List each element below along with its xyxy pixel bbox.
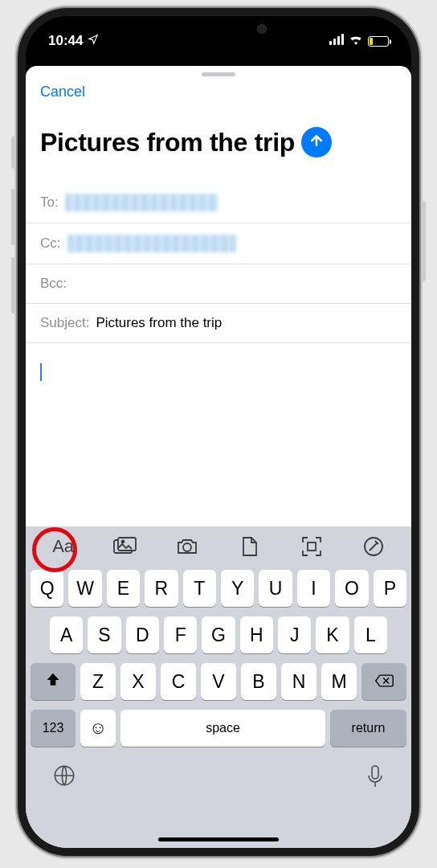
battery-icon (368, 36, 389, 47)
svg-rect-1 (118, 538, 136, 551)
home-indicator[interactable] (158, 837, 279, 841)
key-c[interactable]: C (161, 663, 196, 700)
key-row-4: 123 ☺ space return (29, 710, 408, 747)
key-u[interactable]: U (259, 570, 292, 607)
compose-title: Pictures from the trip (40, 128, 295, 158)
shift-icon (45, 671, 61, 693)
subject-label: Subject: (40, 315, 89, 331)
side-button-power (421, 201, 426, 281)
backspace-icon (374, 671, 394, 693)
keyboard-toolbar: Aa (26, 526, 411, 567)
key-row-2: A S D F G H J K L (29, 616, 408, 653)
svg-point-3 (183, 543, 191, 551)
key-s[interactable]: S (88, 616, 120, 653)
key-i[interactable]: I (297, 570, 330, 607)
key-k[interactable]: K (316, 616, 349, 653)
numbers-key[interactable]: 123 (31, 710, 76, 747)
cellular-icon (328, 33, 344, 49)
to-field[interactable]: To: (26, 182, 411, 223)
bcc-label: Bcc: (40, 276, 67, 292)
cc-value-redacted (67, 235, 236, 252)
key-d[interactable]: D (126, 616, 159, 653)
key-l[interactable]: L (354, 616, 387, 653)
svg-rect-4 (308, 542, 316, 551)
side-button-vol-up (11, 189, 16, 245)
key-row-1: Q W E R T Y U I O P (29, 570, 408, 607)
keyboard: Aa (26, 526, 411, 848)
to-value-redacted (65, 194, 218, 211)
key-e[interactable]: E (107, 570, 140, 607)
shift-key[interactable] (31, 663, 76, 700)
phone-frame: 10:44 Cancel Pictures from the trip (18, 8, 419, 856)
wifi-icon (349, 33, 363, 49)
arrow-up-icon (308, 133, 325, 152)
bcc-field[interactable]: Bcc: (26, 264, 411, 304)
key-g[interactable]: G (202, 616, 235, 653)
scan-icon[interactable] (290, 529, 333, 564)
key-m[interactable]: M (321, 663, 357, 700)
key-a[interactable]: A (50, 616, 83, 653)
key-q[interactable]: Q (31, 570, 63, 607)
emoji-key[interactable]: ☺ (80, 710, 116, 747)
svg-point-2 (121, 541, 124, 543)
space-key[interactable]: space (120, 710, 325, 747)
notch (126, 16, 311, 40)
markup-icon[interactable] (352, 529, 395, 564)
key-b[interactable]: B (241, 663, 276, 700)
key-z[interactable]: Z (80, 663, 116, 700)
key-o[interactable]: O (335, 570, 368, 607)
key-p[interactable]: P (374, 570, 406, 607)
side-button-silent (11, 137, 16, 169)
cc-label: Cc: (40, 235, 61, 252)
photos-icon[interactable] (104, 529, 147, 564)
key-x[interactable]: X (120, 663, 156, 700)
key-y[interactable]: Y (221, 570, 254, 607)
compose-sheet: Cancel Pictures from the trip To: Cc: (26, 66, 411, 848)
svg-rect-7 (372, 766, 378, 779)
subject-field[interactable]: Subject: Pictures from the trip (26, 304, 411, 343)
document-icon[interactable] (228, 529, 272, 564)
cancel-button[interactable]: Cancel (40, 84, 85, 100)
key-r[interactable]: R (145, 570, 178, 607)
emoji-icon: ☺ (89, 718, 107, 739)
text-format-label: Aa (52, 536, 74, 557)
key-j[interactable]: J (278, 616, 311, 653)
camera-icon[interactable] (165, 529, 209, 564)
side-button-vol-down (11, 257, 16, 313)
text-format-icon[interactable]: Aa (42, 529, 85, 564)
globe-icon[interactable] (53, 764, 76, 792)
status-time: 10:44 (48, 33, 83, 49)
send-button[interactable] (301, 127, 332, 158)
key-h[interactable]: H (240, 616, 273, 653)
key-f[interactable]: F (164, 616, 197, 653)
key-w[interactable]: W (68, 570, 101, 607)
screen: 10:44 Cancel Pictures from the trip (26, 16, 411, 848)
text-cursor (40, 363, 42, 381)
cc-field[interactable]: Cc: (26, 223, 411, 264)
backspace-key[interactable] (361, 663, 406, 700)
location-arrow-icon (88, 33, 99, 49)
key-t[interactable]: T (183, 570, 216, 607)
return-key[interactable]: return (330, 710, 406, 747)
key-row-3: Z X C V B N M (29, 663, 408, 700)
subject-value: Pictures from the trip (96, 315, 222, 331)
key-n[interactable]: N (281, 663, 317, 700)
sheet-grabber[interactable] (202, 72, 235, 76)
key-v[interactable]: V (201, 663, 236, 700)
keyboard-fn-row (29, 756, 408, 792)
to-label: To: (40, 194, 59, 211)
mic-icon[interactable] (366, 764, 384, 792)
